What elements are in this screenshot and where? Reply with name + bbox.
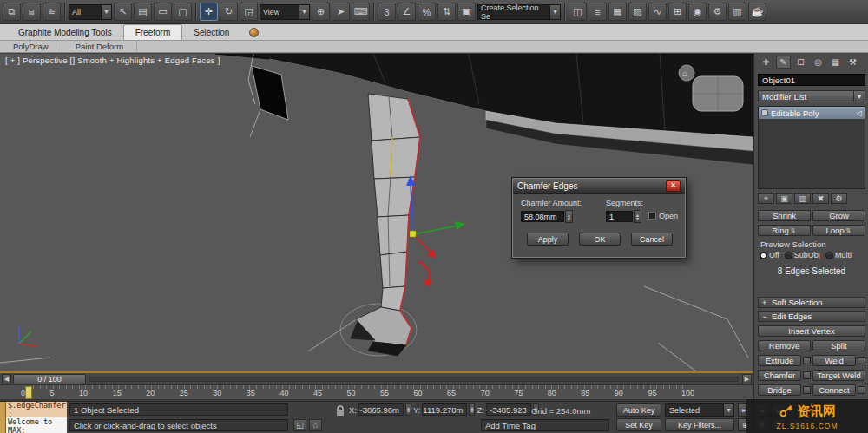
chamfer-amount-input[interactable]: 58.08mm xyxy=(521,211,564,222)
select-and-link-icon[interactable]: ⧉ xyxy=(3,3,21,21)
select-by-name-icon[interactable]: ▤ xyxy=(134,3,152,21)
ring-button[interactable]: Ring ⇅ xyxy=(758,225,811,236)
connect-settings-button[interactable] xyxy=(858,386,865,394)
dialog-title-bar[interactable]: Chamfer Edges ✕ xyxy=(513,179,685,194)
align-icon[interactable]: ≡ xyxy=(589,3,607,21)
set-key-button[interactable]: Set Key xyxy=(616,418,661,431)
render-production-icon[interactable]: ☕ xyxy=(748,3,766,21)
track-bar[interactable]: 0510152025303540455055606570758085909510… xyxy=(0,385,753,400)
select-object-icon[interactable]: ↖ xyxy=(114,3,132,21)
use-pivot-center-icon[interactable]: ⊕ xyxy=(312,3,330,21)
offset-mode-icon[interactable]: ⌂ xyxy=(309,419,322,431)
ribbon-panel[interactable]: Paint Deform xyxy=(62,41,137,52)
ribbon-tab[interactable]: Selection xyxy=(182,25,240,40)
weld-button[interactable]: Weld xyxy=(812,355,856,366)
modifier-stack-item[interactable]: Editable Poly ◁ xyxy=(759,107,865,119)
chamfer-settings-button[interactable] xyxy=(803,371,811,379)
snaps-toggle-icon[interactable]: 3 xyxy=(378,3,396,21)
spinner-snap-icon[interactable]: ⇅ xyxy=(437,3,456,21)
extrude-button[interactable]: Extrude xyxy=(758,355,801,366)
ribbon-panel[interactable]: PolyDraw xyxy=(0,41,62,52)
remove-modifier-icon[interactable]: ✖ xyxy=(812,193,829,204)
preview-selection-radio[interactable]: Multi xyxy=(825,251,852,259)
soft-selection-rollout-header[interactable]: + Soft Selection xyxy=(758,297,865,308)
ribbon-tab[interactable]: Graphite Modeling Tools xyxy=(7,25,123,40)
rendered-frame-icon[interactable]: ▥ xyxy=(728,3,746,21)
select-and-move-icon[interactable]: ✛ xyxy=(200,3,218,21)
modifier-stack[interactable]: Editable Poly ◁ xyxy=(758,106,865,189)
cancel-button[interactable]: Cancel xyxy=(631,233,673,246)
previous-frame-arrow-icon[interactable]: ◀ xyxy=(2,374,11,384)
time-slider-groove[interactable] xyxy=(89,377,739,382)
object-name-field[interactable]: Object01 xyxy=(758,74,865,86)
target-weld-button[interactable]: Target Weld xyxy=(812,370,865,381)
mirror-icon[interactable]: ◫ xyxy=(569,3,587,21)
split-button[interactable]: Split xyxy=(812,340,865,351)
segments-input[interactable]: 1 xyxy=(606,211,633,222)
extrude-settings-button[interactable] xyxy=(803,357,811,364)
close-icon[interactable]: ✕ xyxy=(666,180,681,192)
x-coordinate-field[interactable]: -3065.96m xyxy=(358,403,404,416)
display-tab-icon[interactable]: ▦ xyxy=(828,56,843,69)
modify-tab-icon[interactable]: ✎ xyxy=(776,56,791,69)
preview-selection-radio[interactable]: Off xyxy=(760,251,779,259)
make-unique-icon[interactable]: ▥ xyxy=(794,193,811,204)
leg-mesh[interactable] xyxy=(351,94,420,356)
bind-to-spacewarp-icon[interactable]: ≋ xyxy=(43,3,61,21)
car-body-mesh[interactable] xyxy=(215,54,753,165)
create-tab-icon[interactable]: ✚ xyxy=(759,56,773,69)
y-coordinate-field[interactable]: 1119.278m xyxy=(422,403,467,416)
select-and-manipulate-icon[interactable]: ➤ xyxy=(332,3,350,21)
next-frame-arrow-icon[interactable]: ▶ xyxy=(742,374,752,384)
bridge-settings-button[interactable] xyxy=(803,386,811,394)
transform-gizmo[interactable] xyxy=(406,175,465,288)
preview-selection-radio[interactable]: SubObj xyxy=(785,251,820,259)
grow-button[interactable]: Grow xyxy=(812,210,865,221)
maxscript-listener-line2[interactable]: Welcome to MAX: xyxy=(6,417,67,433)
hierarchy-tab-icon[interactable]: ⊟ xyxy=(793,56,808,69)
stack-pin-icon[interactable]: ◁ xyxy=(857,109,862,117)
pin-stack-icon[interactable]: ⌖ xyxy=(758,193,774,204)
named-selection-sets-dropdown[interactable]: Create Selection Se xyxy=(477,4,561,20)
add-time-tag-field[interactable]: Add Time Tag xyxy=(481,419,609,431)
reference-coordinate-dropdown[interactable]: View xyxy=(260,4,310,20)
curve-editor-icon[interactable]: ∿ xyxy=(648,3,667,21)
ok-button[interactable]: OK xyxy=(579,233,621,246)
configure-modifier-sets-icon[interactable]: ⚙ xyxy=(831,193,847,204)
remove-button[interactable]: Remove xyxy=(758,340,811,351)
utilities-tab-icon[interactable]: ⚒ xyxy=(845,56,860,69)
percent-snap-icon[interactable]: % xyxy=(418,3,436,21)
select-and-scale-icon[interactable]: ◲ xyxy=(240,3,258,21)
keyboard-override-icon[interactable]: ⌨ xyxy=(352,3,370,21)
apply-button[interactable]: Apply xyxy=(527,233,569,246)
z-coordinate-field[interactable]: -3485.923 xyxy=(486,403,531,416)
named-selection-sets-icon[interactable]: ▣ xyxy=(457,3,476,21)
ribbon-config-icon[interactable] xyxy=(249,28,259,37)
shrink-button[interactable]: Shrink xyxy=(758,210,811,221)
ring-spinner[interactable]: ⇅ xyxy=(791,227,797,234)
loop-spinner[interactable]: ⇅ xyxy=(846,227,852,234)
auto-key-button[interactable]: Auto Key xyxy=(616,403,661,417)
segments-spinner[interactable] xyxy=(634,210,641,223)
material-editor-icon[interactable]: ◉ xyxy=(688,3,707,21)
chamfer-amount-spinner[interactable] xyxy=(565,210,573,223)
y-spinner[interactable] xyxy=(469,403,475,416)
selection-lock-icon[interactable] xyxy=(335,404,345,420)
viewport-label[interactable]: [ + ] Perspective [] Smooth + Highlights… xyxy=(5,56,220,65)
connect-button[interactable]: Connect xyxy=(812,384,856,396)
key-filters-button[interactable]: Key Filters... xyxy=(665,418,734,431)
maxscript-listener-gutter[interactable] xyxy=(0,402,6,433)
schematic-view-icon[interactable]: ⊞ xyxy=(668,3,687,21)
unlink-selection-icon[interactable]: ⧈ xyxy=(23,3,41,21)
edit-edges-rollout-header[interactable]: − Edit Edges xyxy=(758,311,865,322)
select-and-rotate-icon[interactable]: ↻ xyxy=(220,3,238,21)
selection-filter-dropdown[interactable]: All xyxy=(69,4,112,20)
ribbon-tab[interactable]: Freeform xyxy=(123,24,183,40)
motion-tab-icon[interactable]: ◎ xyxy=(811,56,825,69)
open-checkbox[interactable] xyxy=(648,212,656,220)
insert-vertex-button[interactable]: Insert Vertex xyxy=(758,325,865,337)
show-end-result-icon[interactable]: ▣ xyxy=(776,193,792,204)
x-spinner[interactable] xyxy=(405,403,411,416)
render-setup-icon[interactable]: ⚙ xyxy=(708,3,727,21)
modifier-list-dropdown[interactable]: Modifier List ▾ xyxy=(758,90,865,102)
